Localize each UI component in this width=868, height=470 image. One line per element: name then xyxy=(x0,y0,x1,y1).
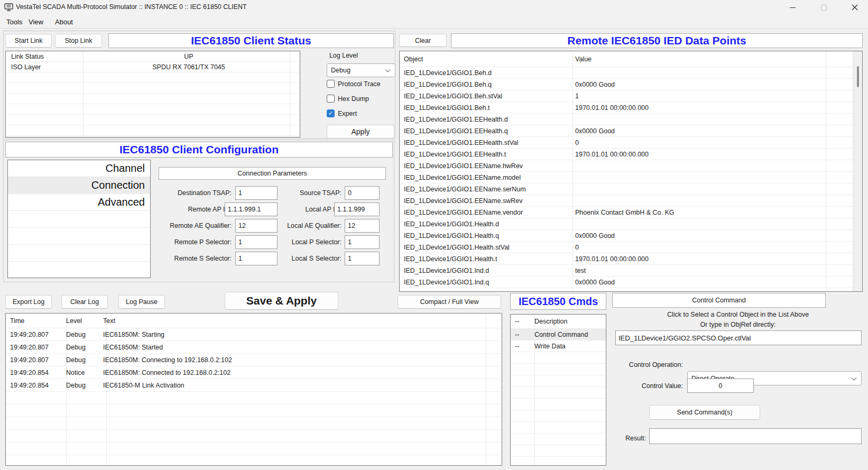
table-row[interactable]: IED_1LDevice1/GGIO1.Ind.dtest xyxy=(400,265,862,277)
table-cell: UP xyxy=(78,53,300,60)
table-row[interactable]: IED_1LDevice1/GGIO1.Health.q0x0000 Good xyxy=(400,230,862,242)
table-row[interactable]: Advanced xyxy=(8,194,150,211)
table-row[interactable]: 19:49:20.807DebugIEC61850M: Started xyxy=(6,341,502,354)
table-cell: IED_1LDevice1/GGIO1.EEName.serNum xyxy=(400,186,571,193)
apply-button[interactable]: Apply xyxy=(327,125,394,139)
field-input[interactable]: 1.1.1.999 xyxy=(334,202,380,216)
table-cell: 1970.01.01 00:00:00.000 xyxy=(571,151,862,158)
table-row[interactable] xyxy=(6,417,502,430)
table-row[interactable]: IED_1LDevice1/GGIO1.EEName.swRev xyxy=(400,195,862,207)
table-cell: 1970.01.01 00:00:00.000 xyxy=(571,104,862,112)
menu-tools[interactable]: Tools xyxy=(4,17,24,27)
field-input[interactable]: 0 xyxy=(345,186,380,200)
save-apply-button[interactable]: Save & Apply xyxy=(225,292,338,310)
table-row[interactable] xyxy=(511,352,606,364)
table-row[interactable]: IED_1LDevice1/GGIO1.Beh.stVal1 xyxy=(400,90,862,102)
vertical-scrollbar[interactable] xyxy=(853,51,862,291)
table-row[interactable]: Connection xyxy=(8,177,150,194)
control-hint-1: Click to Select a Control Object in the … xyxy=(612,311,864,318)
table-row[interactable]: Channel xyxy=(8,160,150,177)
table-row[interactable]: --Write Data xyxy=(511,340,606,352)
table-row[interactable]: IED_1LDevice1/GGIO1.EEHealth.d xyxy=(400,114,862,125)
table-row[interactable]: IED_1LDevice1/GGIO1.EEName.model xyxy=(400,172,862,183)
table-row[interactable]: 19:49:20.854NoticeIEC61850M: Connected t… xyxy=(6,366,502,379)
table-row[interactable] xyxy=(6,430,502,443)
control-value-input[interactable]: 0 xyxy=(687,379,754,393)
table-row[interactable]: Link StatusUP xyxy=(6,51,300,62)
table-row[interactable]: IED_1LDevice1/GGIO1.Health.stVal0 xyxy=(400,242,862,253)
table-row[interactable]: IED_1LDevice1/GGIO1.Beh.d xyxy=(400,67,862,79)
compact-full-view-button[interactable]: Compact / Full View xyxy=(398,295,501,309)
field-input[interactable]: 12 xyxy=(345,219,380,233)
clear-log-button[interactable]: Clear Log xyxy=(61,295,108,309)
cmds-title: IEC61850 Cmds xyxy=(510,293,606,310)
table-row[interactable]: IED_1LDevice1/GGIO1.EEHealth.t1970.01.01… xyxy=(400,149,862,160)
table-row[interactable] xyxy=(511,364,606,375)
table-row[interactable] xyxy=(511,399,606,410)
field-input[interactable]: 1 xyxy=(345,235,380,249)
clear-datapoints-button[interactable]: Clear xyxy=(399,34,447,47)
link-status-rows: Link StatusUPISO LayerSPDU RX 7061/TX 70… xyxy=(6,51,300,136)
close-button[interactable] xyxy=(843,0,867,15)
table-row[interactable] xyxy=(6,94,300,104)
table-row[interactable] xyxy=(6,392,502,404)
table-row[interactable] xyxy=(6,455,502,466)
table-row[interactable]: IED_1LDevice1/GGIO1.Beh.t1970.01.01 00:0… xyxy=(400,102,862,114)
table-row[interactable]: IED_1LDevice1/GGIO1.Health.d xyxy=(400,218,862,230)
minimize-button[interactable] xyxy=(780,0,805,15)
table-row[interactable] xyxy=(511,422,606,434)
start-link-button[interactable]: Start Link xyxy=(5,34,52,48)
table-row[interactable] xyxy=(6,72,300,83)
table-row[interactable]: ISO LayerSPDU RX 7061/TX 7045 xyxy=(6,62,300,72)
table-row[interactable]: IED_1LDevice1/GGIO1.EEHealth.stVal0 xyxy=(400,137,862,149)
table-row[interactable] xyxy=(6,83,300,94)
table-row[interactable]: IED_1LDevice1/GGIO1.EEName.vendorPhoenix… xyxy=(400,207,862,218)
table-row[interactable] xyxy=(8,262,150,278)
table-row[interactable] xyxy=(511,410,606,422)
table-row[interactable] xyxy=(8,245,150,262)
checkbox-icon xyxy=(327,95,335,103)
log-pause-button[interactable]: Log Pause xyxy=(118,295,165,309)
protocol-trace-checkbox[interactable]: Protocol Trace xyxy=(327,80,381,88)
hex-dump-checkbox[interactable]: Hex Dump xyxy=(327,95,369,103)
maximize-button[interactable] xyxy=(811,0,836,15)
field-label: Remote AE Qualifier: xyxy=(153,222,232,229)
table-row[interactable]: IED_1LDevice1/GGIO1.EEHealth.q0x0000 Goo… xyxy=(400,125,862,137)
table-row[interactable]: IED_1LDevice1/GGIO1.Beh.q0x0000 Good xyxy=(400,79,862,90)
table-row[interactable]: --Control Command xyxy=(511,329,606,340)
table-row[interactable]: 19:49:20.807DebugIEC61850M: Starting xyxy=(6,328,502,341)
table-row[interactable] xyxy=(6,404,502,417)
objref-input[interactable]: IED_1LDevice1/GGIO2.SPCSO.Oper.ctlVal xyxy=(615,330,862,345)
table-row[interactable] xyxy=(511,434,606,445)
table-row[interactable] xyxy=(511,457,606,466)
table-row[interactable]: IED_1LDevice1/GGIO1.Ind.stValFalse xyxy=(400,288,862,292)
table-row[interactable] xyxy=(511,445,606,457)
table-row[interactable]: IED_1LDevice1/GGIO1.EEName.hwRev xyxy=(400,160,862,172)
stop-link-button[interactable]: Stop Link xyxy=(55,34,102,48)
menu-view[interactable]: View xyxy=(26,17,45,27)
result-label: Result: xyxy=(597,435,646,442)
table-row[interactable]: IED_1LDevice1/GGIO1.Ind.q0x0000 Good xyxy=(400,277,862,288)
table-row[interactable]: IED_1LDevice1/GGIO1.Health.t1970.01.01 0… xyxy=(400,253,862,265)
expert-checkbox[interactable]: ✓ Expert xyxy=(327,109,357,117)
send-commands-button[interactable]: Send Command(s) xyxy=(649,405,760,420)
title-bar: VestaTel SCADA Multi-Protocol Simulator … xyxy=(0,0,868,15)
table-row[interactable] xyxy=(6,115,300,125)
table-row[interactable]: 19:49:20.854DebugIEC61850-M Link Activat… xyxy=(6,379,502,392)
table-row[interactable] xyxy=(6,104,300,115)
table-row[interactable] xyxy=(6,443,502,455)
table-row[interactable]: 19:49:20.807DebugIEC61850M: Connecting t… xyxy=(6,354,502,366)
table-row[interactable] xyxy=(8,228,150,245)
export-log-button[interactable]: Export Log xyxy=(5,295,52,309)
result-input[interactable] xyxy=(649,428,862,444)
log-level-select[interactable]: Debug xyxy=(327,63,395,77)
scrollbar-thumb[interactable] xyxy=(857,66,859,87)
table-row[interactable] xyxy=(8,211,150,228)
table-row[interactable] xyxy=(511,375,606,387)
config-nav-list: ChannelConnectionAdvanced xyxy=(7,160,151,278)
field-input[interactable]: 1 xyxy=(345,252,380,265)
table-row[interactable] xyxy=(6,125,300,136)
menu-about[interactable]: About xyxy=(53,17,75,27)
table-row[interactable]: IED_1LDevice1/GGIO1.EEName.serNum xyxy=(400,183,862,195)
table-row[interactable] xyxy=(511,387,606,399)
